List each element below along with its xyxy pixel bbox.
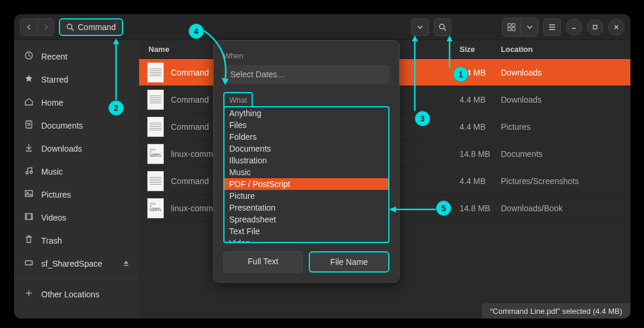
chevron-down-icon	[527, 24, 533, 30]
column-location[interactable]: Location	[501, 45, 630, 54]
file-type-list[interactable]: AnythingFilesFoldersDocumentsIllustratio…	[223, 106, 389, 243]
sidebar-item-label: Music	[41, 167, 63, 176]
hamburger-menu-button[interactable]	[543, 18, 561, 36]
file-size: 4.4 MB	[460, 122, 501, 132]
type-option[interactable]: Folders	[224, 131, 388, 143]
back-button[interactable]	[21, 19, 37, 35]
sidebar-item-pictures[interactable]: Pictures	[14, 183, 139, 206]
type-option[interactable]: Music	[224, 166, 388, 178]
down-icon	[24, 143, 34, 154]
sidebar-item-label: Pictures	[41, 190, 71, 199]
forward-button[interactable]	[37, 19, 54, 35]
type-option[interactable]: PDF / PostScript	[224, 178, 388, 190]
sidebar-item-videos[interactable]: Videos	[14, 206, 139, 229]
svg-rect-5	[512, 24, 515, 27]
search-filter-popover: When Select Dates… What AnythingFilesFol…	[213, 40, 399, 283]
file-size: 4.4 MB	[460, 176, 501, 186]
minimize-button[interactable]	[566, 19, 582, 35]
sidebar-item-label: Starred	[41, 75, 68, 84]
close-icon	[613, 24, 619, 30]
sidebar-mount[interactable]: sf_SharedSpace	[14, 252, 139, 275]
close-button[interactable]	[608, 19, 625, 35]
type-option[interactable]: Video	[224, 237, 388, 243]
search-input[interactable]: Command	[59, 18, 123, 36]
full-text-mode-button[interactable]: Full Text	[223, 251, 303, 273]
view-mode-group	[502, 18, 539, 37]
select-dates-button[interactable]: Select Dates…	[223, 65, 389, 84]
status-bar: “Command Line.pdf” selected (4.4 MB)	[482, 303, 630, 319]
svg-rect-16	[26, 121, 32, 128]
sidebar-other-locations[interactable]: Other Locations	[14, 283, 139, 306]
annotation-4: 4	[189, 24, 204, 39]
search-mode-row: Full Text File Name	[223, 251, 389, 273]
what-label: What	[229, 96, 247, 104]
svg-line-1	[71, 28, 74, 31]
sidebar-item-downloads[interactable]: Downloads	[14, 137, 139, 160]
svg-rect-21	[25, 191, 32, 196]
svg-point-27	[31, 263, 32, 264]
search-toggle-button[interactable]	[434, 18, 451, 36]
sidebar-item-documents[interactable]: Documents	[14, 114, 139, 137]
type-option[interactable]: Illustration	[224, 155, 388, 166]
maximize-button[interactable]	[587, 19, 603, 35]
type-option[interactable]: Text File	[224, 225, 388, 237]
file-size: 4.4 MB	[460, 95, 501, 104]
annotation-5: 5	[436, 201, 451, 216]
sidebar-item-label: Recent	[41, 52, 67, 61]
svg-line-3	[444, 28, 446, 31]
file-manager-window: Command RecentStar	[14, 14, 630, 319]
svg-rect-4	[508, 24, 511, 27]
svg-point-2	[440, 24, 444, 29]
file-location: Documents	[501, 149, 543, 159]
file-size: 14.8 MB	[460, 149, 501, 159]
trash-icon	[24, 235, 34, 246]
star-icon	[24, 74, 34, 85]
annotation-2: 2	[108, 100, 124, 116]
type-option[interactable]: Documents	[224, 143, 388, 155]
nav-buttons	[20, 18, 54, 36]
type-option[interactable]: Picture	[224, 190, 388, 202]
sidebar: RecentStarredHomeDocumentsDownloadsMusic…	[14, 40, 139, 319]
file-name-mode-button[interactable]: File Name	[309, 251, 389, 273]
sidebar-item-label: sf_SharedSpace	[41, 259, 103, 268]
maximize-icon	[592, 24, 598, 30]
eject-icon[interactable]	[123, 259, 130, 268]
svg-point-0	[67, 24, 72, 29]
search-options-dropdown[interactable]	[411, 18, 429, 36]
search-icon	[66, 23, 74, 31]
sidebar-item-recent[interactable]: Recent	[14, 45, 139, 68]
view-dropdown-button[interactable]	[520, 18, 538, 36]
sidebar-item-label: Trash	[41, 236, 62, 245]
annotation-3: 3	[415, 111, 430, 126]
sidebar-item-label: Home	[41, 98, 63, 107]
file-location: Downloads	[501, 68, 541, 77]
pic-icon	[24, 189, 34, 200]
sidebar-item-trash[interactable]: Trash	[14, 229, 139, 252]
type-option[interactable]: Anything	[224, 107, 388, 119]
type-option[interactable]: Spreadsheet	[224, 214, 388, 225]
svg-rect-7	[512, 28, 515, 31]
file-thumbnail	[147, 117, 164, 137]
type-option[interactable]: Files	[224, 119, 388, 131]
sidebar-item-label: Videos	[41, 213, 67, 222]
file-thumbnail	[147, 90, 164, 110]
header-bar: Command	[14, 14, 630, 40]
plus-icon	[24, 288, 34, 300]
file-thumbnail: LINUX⬇COMMANDHANDBOOK	[147, 144, 164, 164]
file-thumbnail	[147, 63, 164, 83]
music-icon	[24, 166, 34, 177]
video-icon	[24, 212, 34, 223]
chevron-down-icon	[417, 24, 424, 31]
svg-point-19	[26, 172, 28, 174]
file-location: Pictures/Screenshots	[501, 176, 579, 186]
sidebar-item-music[interactable]: Music	[14, 160, 139, 183]
column-size[interactable]: Size	[460, 45, 501, 54]
clock-icon	[24, 51, 34, 62]
grid-view-button[interactable]	[503, 18, 520, 36]
file-location: Downloads/Book	[501, 204, 563, 213]
sidebar-item-starred[interactable]: Starred	[14, 68, 139, 91]
type-option[interactable]: Presentation	[224, 202, 388, 214]
file-thumbnail	[147, 171, 164, 191]
svg-point-20	[30, 171, 32, 173]
disk-icon	[24, 258, 34, 269]
